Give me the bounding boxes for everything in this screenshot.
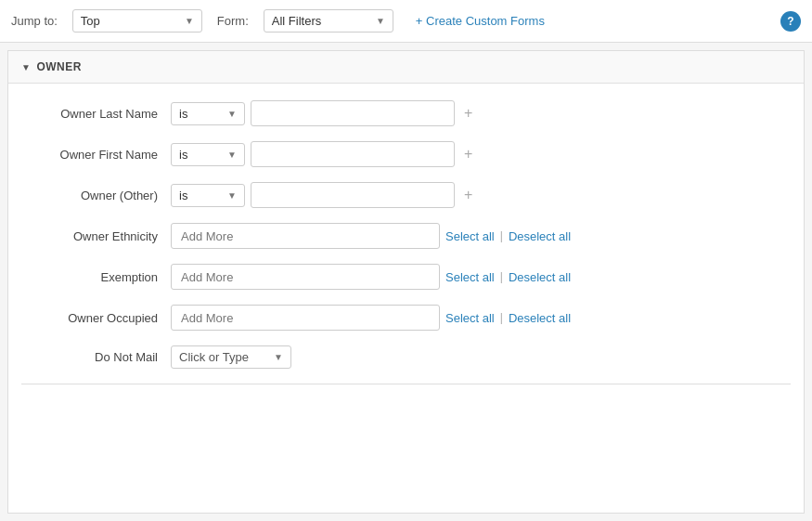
exemption-label: Exemption	[8, 270, 171, 284]
owner-first-name-input[interactable]	[251, 141, 455, 167]
owner-occupied-select-all[interactable]: Select all	[445, 311, 495, 325]
owner-other-filter-select[interactable]: is ▼	[171, 184, 245, 207]
chevron-down-icon: ▼	[227, 150, 237, 160]
create-custom-forms-link[interactable]: Create Custom Forms	[416, 14, 545, 28]
chevron-down-icon: ▼	[274, 352, 283, 362]
chevron-down-icon: ▼	[227, 109, 237, 119]
owner-other-add-button[interactable]: +	[460, 187, 476, 203]
owner-ethnicity-select-links: Select all | Deselect all	[445, 229, 571, 243]
owner-occupied-controls: Select all | Deselect all	[171, 305, 785, 331]
owner-other-row: Owner (Other) is ▼ +	[8, 175, 804, 215]
do-not-mail-placeholder: Click or Type	[179, 350, 249, 364]
owner-last-name-filter-value: is	[179, 107, 187, 121]
owner-occupied-deselect-all[interactable]: Deselect all	[509, 311, 571, 325]
exemption-input[interactable]	[171, 264, 440, 290]
toolbar: Jump to: Top ▼ Form: All Filters ▼ Creat…	[0, 0, 812, 43]
owner-ethnicity-deselect-all[interactable]: Deselect all	[509, 229, 571, 243]
owner-occupied-row: Owner Occupied Select all | Deselect all	[8, 297, 804, 338]
content-area: ▼ OWNER Owner Last Name is ▼ + Owner Fir	[7, 50, 805, 514]
chevron-down-icon: ▼	[185, 16, 194, 26]
chevron-down-icon: ▼	[227, 190, 237, 201]
form-select[interactable]: All Filters ▼	[264, 9, 393, 33]
owner-first-name-filter-value: is	[179, 148, 187, 162]
form-value: All Filters	[272, 14, 321, 28]
owner-occupied-label: Owner Occupied	[8, 311, 171, 325]
help-icon[interactable]: ?	[780, 11, 801, 32]
form-label: Form:	[217, 14, 249, 28]
owner-last-name-label: Owner Last Name	[8, 107, 171, 121]
do-not-mail-controls: Click or Type ▼	[171, 345, 785, 369]
owner-ethnicity-controls: Select all | Deselect all	[171, 223, 785, 249]
owner-occupied-input[interactable]	[171, 305, 440, 331]
owner-other-controls: is ▼ +	[171, 182, 785, 208]
owner-last-name-filter-select[interactable]: is ▼	[171, 102, 245, 125]
jump-to-label: Jump to:	[11, 14, 58, 28]
jump-to-value: Top	[81, 14, 100, 28]
owner-last-name-input[interactable]	[251, 100, 455, 126]
owner-other-input[interactable]	[251, 182, 455, 208]
owner-first-name-controls: is ▼ +	[171, 141, 785, 167]
owner-occupied-select-links: Select all | Deselect all	[445, 311, 571, 325]
owner-last-name-row: Owner Last Name is ▼ +	[8, 93, 804, 134]
owner-other-label: Owner (Other)	[8, 189, 171, 202]
owner-last-name-add-button[interactable]: +	[460, 105, 476, 122]
do-not-mail-select[interactable]: Click or Type ▼	[171, 345, 291, 369]
exemption-select-links: Select all | Deselect all	[445, 270, 571, 284]
chevron-down-icon: ▼	[376, 16, 385, 26]
owner-ethnicity-label: Owner Ethnicity	[8, 229, 171, 243]
do-not-mail-label: Do Not Mail	[8, 350, 171, 364]
exemption-select-all[interactable]: Select all	[445, 270, 495, 284]
section-title: OWNER	[36, 60, 82, 73]
exemption-controls: Select all | Deselect all	[171, 264, 785, 290]
form-body: Owner Last Name is ▼ + Owner First Name …	[8, 84, 804, 401]
exemption-deselect-all[interactable]: Deselect all	[509, 270, 571, 284]
owner-first-name-label: Owner First Name	[8, 148, 171, 162]
select-divider: |	[500, 311, 503, 324]
section-header: ▼ OWNER	[8, 51, 804, 84]
owner-ethnicity-input[interactable]	[171, 223, 440, 249]
owner-first-name-filter-select[interactable]: is ▼	[171, 143, 245, 166]
collapse-arrow-icon[interactable]: ▼	[21, 62, 31, 72]
owner-last-name-controls: is ▼ +	[171, 100, 785, 126]
owner-first-name-row: Owner First Name is ▼ +	[8, 134, 804, 175]
owner-ethnicity-select-all[interactable]: Select all	[445, 229, 495, 243]
owner-first-name-add-button[interactable]: +	[460, 146, 476, 163]
exemption-row: Exemption Select all | Deselect all	[8, 256, 804, 297]
owner-ethnicity-row: Owner Ethnicity Select all | Deselect al…	[8, 215, 804, 256]
section-divider-line	[21, 384, 791, 384]
jump-to-select[interactable]: Top ▼	[72, 9, 202, 33]
main-container: Jump to: Top ▼ Form: All Filters ▼ Creat…	[0, 0, 812, 521]
owner-other-filter-value: is	[179, 189, 187, 202]
select-divider: |	[500, 229, 503, 242]
select-divider: |	[500, 270, 503, 283]
do-not-mail-row: Do Not Mail Click or Type ▼	[8, 338, 804, 376]
